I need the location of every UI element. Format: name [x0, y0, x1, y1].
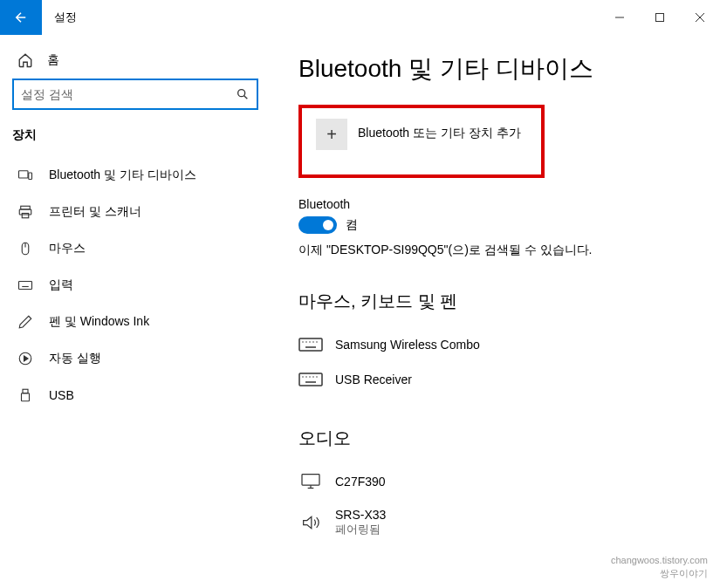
device-name: C27F390: [335, 475, 386, 489]
svg-rect-13: [19, 282, 32, 290]
minimize-button[interactable]: [600, 0, 640, 35]
sidebar-item-label: 펜 및 Windows Ink: [49, 314, 149, 330]
sidebar-item-label: Bluetooth 및 기타 디바이스: [49, 168, 196, 183]
device-row[interactable]: C27F390: [298, 464, 703, 499]
category-header: 장치: [0, 127, 271, 157]
maximize-icon: [655, 12, 665, 23]
device-status: 페어링됨: [335, 522, 386, 537]
sidebar-item-mouse[interactable]: 마우스: [0, 230, 271, 267]
sidebar-item-label: USB: [49, 388, 74, 402]
home-label: 홈: [47, 52, 59, 68]
bluetooth-toggle[interactable]: [298, 216, 337, 234]
usb-icon: [17, 387, 33, 403]
svg-rect-7: [29, 173, 32, 180]
sidebar-item-pen[interactable]: 펜 및 Windows Ink: [0, 304, 271, 340]
keyboard-icon: [17, 277, 33, 293]
toggle-state-label: 켬: [346, 217, 358, 233]
close-button[interactable]: [680, 0, 720, 35]
device-name: USB Receiver: [335, 373, 412, 386]
svg-marker-20: [24, 356, 29, 361]
svg-rect-21: [23, 389, 28, 393]
window-controls: [600, 0, 720, 35]
content-area: Bluetooth 및 기타 디바이스 + Bluetooth 또는 기타 장치…: [271, 35, 720, 588]
svg-rect-10: [22, 214, 29, 218]
add-device-label: Bluetooth 또는 기타 장치 추가: [358, 119, 521, 141]
toggle-knob: [323, 220, 333, 230]
svg-rect-37: [302, 475, 319, 486]
discoverable-text: 이제 "DESKTOP-SI99QQ5"(으)로 검색될 수 있습니다.: [298, 243, 703, 258]
plus-icon: +: [316, 119, 347, 150]
search-box[interactable]: [12, 79, 258, 110]
device-row[interactable]: Samsung Wireless Combo: [298, 327, 703, 362]
section-mouse-keyboard-title: 마우스, 키보드 및 펜: [298, 290, 703, 313]
pen-icon: [17, 314, 33, 330]
section-audio-title: 오디오: [298, 427, 703, 450]
search-input[interactable]: [21, 87, 236, 101]
speaker-device-icon: [298, 514, 323, 531]
autoplay-icon: [17, 351, 33, 366]
search-icon: [236, 87, 250, 101]
svg-rect-9: [19, 209, 31, 215]
svg-rect-6: [19, 171, 29, 178]
svg-point-4: [238, 90, 245, 97]
devices-icon: [17, 168, 33, 183]
sidebar-item-label: 프린터 및 스캐너: [49, 204, 141, 220]
page-title: Bluetooth 및 기타 디바이스: [298, 52, 703, 85]
keyboard-device-icon: [298, 371, 323, 388]
bluetooth-label: Bluetooth: [298, 197, 703, 211]
back-button[interactable]: [0, 0, 42, 35]
svg-rect-22: [22, 393, 30, 401]
home-icon: [17, 52, 33, 68]
arrow-left-icon: [13, 10, 29, 25]
sidebar-item-label: 마우스: [49, 241, 86, 256]
app-title: 설정: [54, 10, 77, 25]
svg-line-5: [244, 96, 248, 99]
home-button[interactable]: 홈: [0, 45, 271, 79]
sidebar-item-label: 입력: [49, 277, 73, 293]
sidebar-item-bluetooth[interactable]: Bluetooth 및 기타 디바이스: [0, 157, 271, 194]
mouse-icon: [17, 241, 33, 256]
sidebar-item-autoplay[interactable]: 자동 실행: [0, 340, 271, 377]
sidebar-item-usb[interactable]: USB: [0, 377, 271, 414]
titlebar: 설정: [0, 0, 720, 35]
sidebar-item-typing[interactable]: 입력: [0, 267, 271, 304]
sidebar-item-printers[interactable]: 프린터 및 스캐너: [0, 194, 271, 230]
minimize-icon: [614, 12, 625, 23]
watermark: changwoos.tistory.com 쌍우이야기: [611, 554, 708, 579]
close-icon: [695, 12, 705, 23]
sidebar: 홈 장치 Bluetooth 및 기타 디바이스 프린터 및 스캐너 마우스 입…: [0, 35, 271, 588]
add-device-button[interactable]: + Bluetooth 또는 기타 장치 추가: [298, 105, 545, 178]
device-name: SRS-X33: [335, 508, 386, 522]
monitor-device-icon: [298, 473, 323, 490]
sidebar-item-label: 자동 실행: [49, 351, 101, 366]
svg-rect-1: [656, 14, 664, 22]
svg-rect-23: [299, 338, 322, 351]
device-name: Samsung Wireless Combo: [335, 338, 480, 352]
printer-icon: [17, 204, 33, 220]
device-row[interactable]: USB Receiver: [298, 362, 703, 397]
keyboard-device-icon: [298, 336, 323, 353]
device-row[interactable]: SRS-X33 페어링됨: [298, 499, 703, 546]
maximize-button[interactable]: [640, 0, 680, 35]
svg-rect-30: [299, 373, 322, 386]
